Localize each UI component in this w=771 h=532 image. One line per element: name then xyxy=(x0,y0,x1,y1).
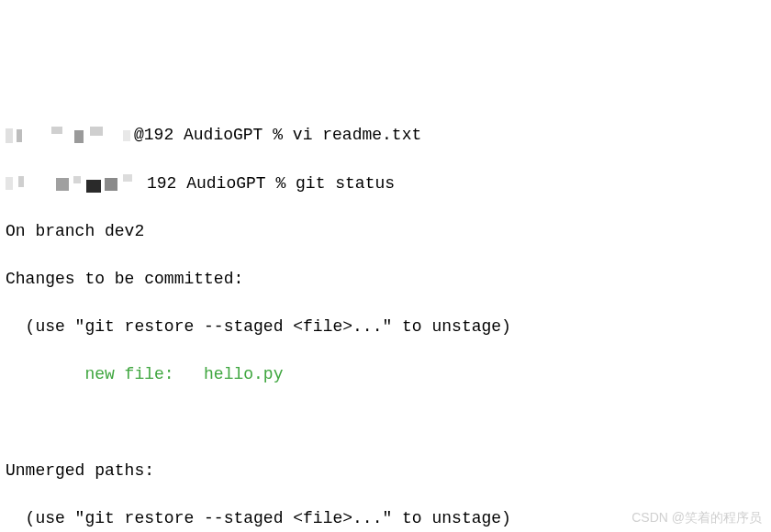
svg-rect-6 xyxy=(6,177,13,190)
branch-line: On branch dev2 xyxy=(6,219,765,243)
prompt-text: @192 AudioGPT % xyxy=(134,126,293,144)
prompt-line-1[interactable]: @192 AudioGPT % vi readme.txt xyxy=(6,123,765,147)
command-text: git status xyxy=(296,174,395,193)
svg-rect-0 xyxy=(6,128,13,143)
svg-rect-7 xyxy=(18,176,24,187)
svg-rect-11 xyxy=(105,178,117,191)
prompt-line-2[interactable]: 192 AudioGPT % git status xyxy=(6,172,765,195)
staged-new-file: new file: hello.py xyxy=(6,362,765,386)
terminal-output: @192 AudioGPT % vi readme.txt 192 AudioG… xyxy=(6,99,765,532)
command-text: vi readme.txt xyxy=(293,126,421,144)
svg-rect-5 xyxy=(123,130,130,141)
svg-rect-12 xyxy=(123,174,132,182)
unmerged-header: Unmerged paths: xyxy=(6,459,765,482)
svg-rect-3 xyxy=(74,130,84,143)
prompt-text: 192 AudioGPT % xyxy=(147,174,296,193)
svg-rect-2 xyxy=(51,127,62,134)
blank-line xyxy=(6,411,765,435)
svg-rect-10 xyxy=(86,180,101,193)
changes-header: Changes to be committed: xyxy=(6,267,765,291)
svg-rect-9 xyxy=(73,176,81,183)
unmerged-hint-1: (use "git restore --staged <file>..." to… xyxy=(6,506,765,530)
svg-rect-4 xyxy=(90,127,103,136)
svg-rect-8 xyxy=(56,178,69,191)
svg-rect-1 xyxy=(17,129,22,142)
redacted-user-icon xyxy=(6,174,147,193)
redacted-user-icon xyxy=(6,127,134,145)
unstage-hint: (use "git restore --staged <file>..." to… xyxy=(6,315,765,338)
